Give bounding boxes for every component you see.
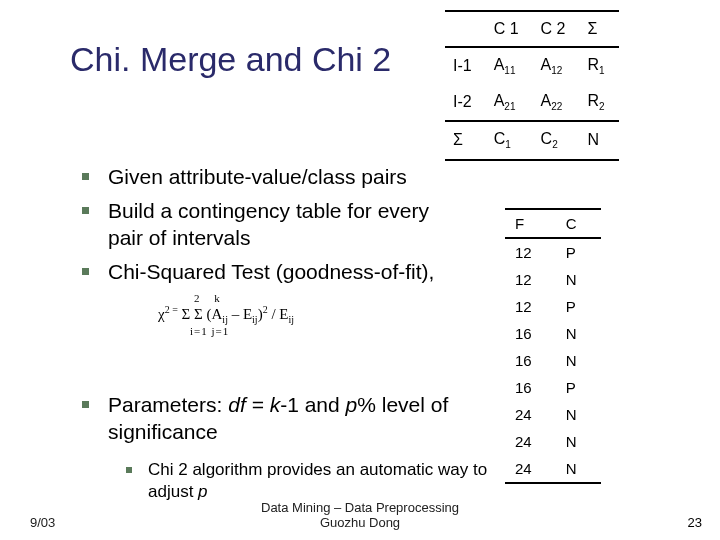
bullet-item: Build a contingency table for every pair… xyxy=(108,197,468,252)
table-cell: P xyxy=(556,374,601,401)
table-cell: 12 xyxy=(505,238,556,266)
sub-bullet-item: Chi 2 algorithm provides an automatic wa… xyxy=(148,459,488,503)
table-cell: N xyxy=(556,455,601,483)
contingency-header-cell: Σ xyxy=(579,11,618,47)
slide: Chi. Merge and Chi 2 Given attribute-val… xyxy=(0,0,720,540)
contingency-header-cell: C 2 xyxy=(533,11,580,47)
table-cell: N xyxy=(556,347,601,374)
sum-lower-limits: i=1 j=1 xyxy=(158,325,294,337)
table-row: 24N xyxy=(505,401,601,428)
table-footer-cell: Σ xyxy=(445,121,486,159)
fc-table: FC 12P12N12P16N16N16P24N24N24N xyxy=(505,208,601,484)
contingency-header-cell: C 1 xyxy=(486,11,533,47)
table-cell: 16 xyxy=(505,347,556,374)
bullet-text: Build a contingency table for every pair… xyxy=(108,199,429,250)
table-row: 12P xyxy=(505,293,601,320)
footer-page-number: 23 xyxy=(688,515,702,530)
bullet-text: Parameters: df = k-1 and p% level of sig… xyxy=(108,393,448,443)
table-cell: N xyxy=(556,320,601,347)
table-row: 16N xyxy=(505,347,601,374)
table-cell: N xyxy=(556,401,601,428)
chi-square-formula: 2 k χ2 = Σ Σ (Aij – Eij)2 / Eij i=1 j=1 xyxy=(158,292,294,337)
table-cell: N xyxy=(556,428,601,455)
square-bullet-icon xyxy=(82,268,89,275)
table-cell: A22 xyxy=(533,84,580,121)
fc-header-cell: C xyxy=(556,209,601,238)
bullet-parameters: Parameters: df = k-1 and p% level of sig… xyxy=(68,391,468,446)
table-cell: 12 xyxy=(505,266,556,293)
bullet-text: Chi-Squared Test (goodness-of-fit), xyxy=(108,260,434,283)
bullet-item: Chi-Squared Test (goodness-of-fit), xyxy=(108,258,468,286)
table-row: I-1A11A12R1 xyxy=(445,47,619,84)
table-footer-cell: C2 xyxy=(533,121,580,159)
table-row: 12N xyxy=(505,266,601,293)
formula-expression: χ2 = Σ Σ (Aij – Eij)2 / Eij xyxy=(158,304,294,325)
table-row: 12P xyxy=(505,238,601,266)
footer-line1: Data Mining – Data Preprocessing xyxy=(261,500,459,515)
bullet-item: Parameters: df = k-1 and p% level of sig… xyxy=(108,391,468,446)
sub-bullet-text: Chi 2 algorithm provides an automatic wa… xyxy=(148,460,487,501)
table-cell: R1 xyxy=(579,47,618,84)
page-title: Chi. Merge and Chi 2 xyxy=(70,40,391,79)
table-cell: A11 xyxy=(486,47,533,84)
square-bullet-icon xyxy=(82,207,89,214)
sum-upper-limits: 2 k xyxy=(158,292,294,304)
table-cell: P xyxy=(556,293,601,320)
contingency-table: C 1C 2Σ I-1A11A12R1I-2A21A22R2 ΣC1C2N xyxy=(445,10,619,161)
sub-bullet-list: Chi 2 algorithm provides an automatic wa… xyxy=(108,459,488,503)
table-cell: 24 xyxy=(505,455,556,483)
contingency-table-head: C 1C 2Σ xyxy=(445,11,619,47)
footer-line2: Guozhu Dong xyxy=(320,515,400,530)
table-cell: 16 xyxy=(505,374,556,401)
bullet-item: Given attribute-value/class pairs xyxy=(108,163,468,191)
footer-center: Data Mining – Data Preprocessing Guozhu … xyxy=(0,500,720,530)
table-cell: P xyxy=(556,238,601,266)
fc-table-body: 12P12N12P16N16N16P24N24N24N xyxy=(505,238,601,483)
fc-table-head: FC xyxy=(505,209,601,238)
table-cell: R2 xyxy=(579,84,618,121)
table-row: 16P xyxy=(505,374,601,401)
table-row: 24N xyxy=(505,428,601,455)
table-cell: 12 xyxy=(505,293,556,320)
table-row: I-2A21A22R2 xyxy=(445,84,619,121)
table-cell: 24 xyxy=(505,401,556,428)
square-bullet-icon xyxy=(126,467,132,473)
square-bullet-icon xyxy=(82,173,89,180)
contingency-table-body: I-1A11A12R1I-2A21A22R2 xyxy=(445,47,619,121)
contingency-table-foot: ΣC1C2N xyxy=(445,121,619,159)
contingency-header-cell xyxy=(445,11,486,47)
table-row: 24N xyxy=(505,455,601,483)
table-footer-cell: C1 xyxy=(486,121,533,159)
bullet-list-main: Given attribute-value/class pairs Build … xyxy=(68,163,468,292)
square-bullet-icon xyxy=(82,401,89,408)
table-cell: A12 xyxy=(533,47,580,84)
table-cell: 24 xyxy=(505,428,556,455)
table-cell: I-1 xyxy=(445,47,486,84)
bullet-text: Given attribute-value/class pairs xyxy=(108,165,407,188)
table-footer-cell: N xyxy=(579,121,618,159)
table-cell: A21 xyxy=(486,84,533,121)
table-cell: 16 xyxy=(505,320,556,347)
table-cell: I-2 xyxy=(445,84,486,121)
table-cell: N xyxy=(556,266,601,293)
fc-header-cell: F xyxy=(505,209,556,238)
table-row: 16N xyxy=(505,320,601,347)
